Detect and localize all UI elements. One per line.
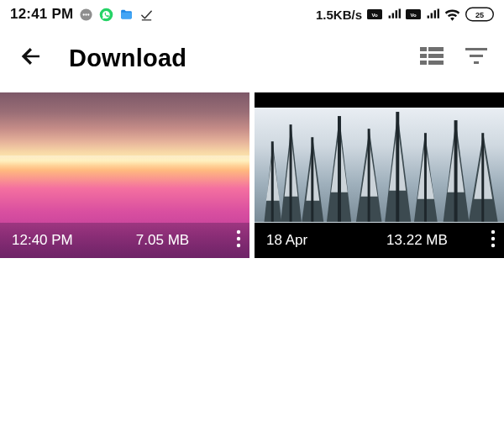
svg-rect-5 [121,12,132,18]
toolbar-actions [420,47,487,69]
svg-point-3 [88,13,90,15]
svg-point-54 [491,243,495,246]
svg-point-22 [237,236,240,240]
svg-point-53 [491,236,495,240]
tile-size-label: 7.05 MB [96,232,229,249]
thumbnail-forest [255,108,504,235]
tile-time-label: 12:40 PM [12,232,96,249]
battery-pill-icon: 25 [465,7,494,22]
download-grid: 12:40 PM 7.05 MB [0,87,504,258]
download-item[interactable]: 12:40 PM 7.05 MB [0,92,249,258]
page-title: Download [69,45,420,72]
svg-point-21 [237,229,240,233]
svg-rect-14 [420,54,427,58]
svg-rect-43 [290,124,292,235]
svg-point-23 [237,243,240,246]
svg-rect-6 [142,19,151,20]
status-left: 12:41 PM [10,6,154,23]
svg-rect-20 [474,61,479,64]
checkmark-icon [139,8,154,22]
svg-rect-49 [454,120,458,235]
filter-button[interactable] [465,48,487,68]
svg-rect-45 [338,116,341,235]
volte-badge-2: Vo [406,9,421,19]
tile-overflow-button[interactable] [491,229,496,252]
svg-rect-12 [420,47,427,51]
status-clock: 12:41 PM [10,6,73,23]
tile-overflow-button[interactable] [236,229,241,252]
tile-footer: 18 Apr 13.22 MB [255,223,504,258]
wifi-icon [444,8,460,21]
svg-rect-19 [470,55,483,57]
status-right: 1.5KB/s Vo Vo 25 [316,7,494,22]
status-bar: 12:41 PM 1.5KB/s Vo Vo [0,0,504,29]
svg-rect-50 [481,133,484,235]
signal-icon-2 [426,8,439,20]
svg-text:Vo: Vo [371,13,378,18]
tile-time-label: 18 Apr [266,232,350,249]
chat-bubble-icon [79,8,93,22]
more-vert-icon [236,235,241,251]
svg-rect-15 [428,54,444,58]
filter-icon [465,48,487,68]
svg-rect-47 [396,112,399,235]
svg-point-2 [86,13,87,15]
view-toggle-button[interactable] [420,47,444,69]
grid-view-icon [420,47,444,69]
download-item[interactable]: 18 Apr 13.22 MB [255,92,504,258]
svg-rect-42 [271,141,274,235]
svg-point-52 [491,229,495,233]
svg-rect-46 [368,129,370,235]
signal-icon-1 [387,8,401,20]
folder-icon [119,8,134,22]
svg-rect-44 [311,137,313,235]
svg-rect-18 [465,48,487,50]
svg-point-1 [83,13,85,15]
svg-rect-13 [428,47,444,51]
more-vert-icon [491,235,496,251]
svg-rect-17 [428,61,444,65]
svg-text:Vo: Vo [410,13,417,18]
net-speed: 1.5KB/s [316,8,362,22]
back-arrow-icon [18,44,44,72]
svg-rect-48 [424,133,427,235]
tile-footer: 12:40 PM 7.05 MB [0,223,249,258]
battery-pct: 25 [475,11,484,19]
volte-badge-1: Vo [367,9,382,19]
svg-rect-16 [420,61,427,65]
app-bar: Download [0,29,504,87]
back-button[interactable] [12,39,50,77]
whatsapp-icon [99,8,113,22]
tile-size-label: 13.22 MB [350,232,484,249]
